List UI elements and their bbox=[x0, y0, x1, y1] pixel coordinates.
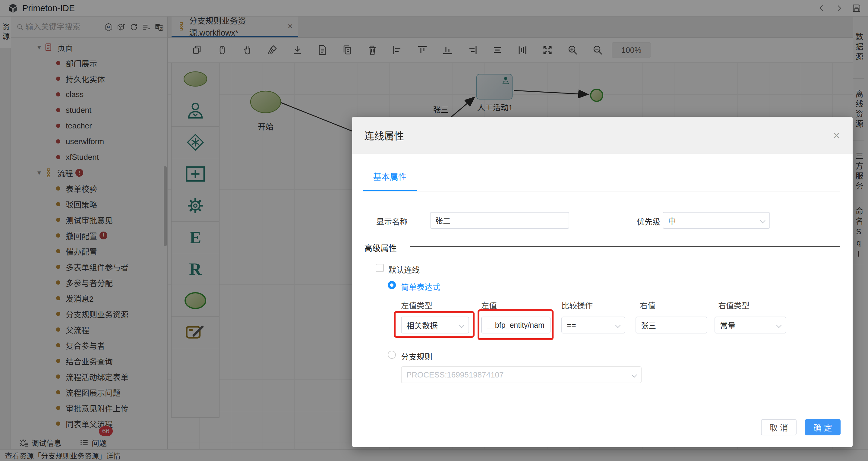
dialog-close-icon[interactable]: × bbox=[833, 129, 840, 142]
branch-rule-label: 分支规则 bbox=[401, 351, 432, 362]
default-line-checkbox[interactable] bbox=[376, 264, 384, 272]
display-name-label: 显示名称 bbox=[376, 216, 408, 227]
simple-expression-radio[interactable] bbox=[388, 281, 396, 289]
col-left-type: 左值类型 bbox=[401, 299, 432, 311]
advanced-section-rule bbox=[410, 246, 840, 247]
tab-divider bbox=[363, 191, 840, 191]
branch-rule-radio[interactable] bbox=[388, 351, 396, 359]
chevron-down-icon bbox=[615, 322, 620, 328]
advanced-section-label: 高级属性 bbox=[364, 242, 397, 253]
col-right-type: 右值类型 bbox=[718, 299, 749, 311]
confirm-button[interactable]: 确 定 bbox=[805, 419, 841, 435]
chevron-down-icon bbox=[631, 372, 637, 377]
right-value-input[interactable] bbox=[636, 316, 707, 334]
chevron-down-icon bbox=[760, 218, 765, 223]
dialog-header[interactable]: 连线属性 × bbox=[352, 117, 852, 154]
application-window: Primeton-IDE 资源 AI bbox=[0, 0, 868, 461]
col-right-value: 右值 bbox=[640, 299, 655, 311]
dialog-title: 连线属性 bbox=[364, 128, 404, 143]
tab-basic-properties[interactable]: 基本属性 bbox=[363, 171, 417, 182]
col-left-value: 左值 bbox=[481, 299, 497, 311]
priority-select[interactable]: 中 bbox=[663, 212, 770, 229]
display-name-input[interactable] bbox=[430, 212, 569, 229]
cancel-button[interactable]: 取 消 bbox=[761, 419, 797, 435]
default-line-label: 默认连线 bbox=[388, 264, 420, 275]
edge-properties-dialog: 连线属性 × 基本属性 显示名称 优先级 中 高级属性 默认连线 简单表达式 左… bbox=[352, 117, 852, 447]
annotation-box-left-value bbox=[477, 309, 554, 340]
col-operator: 比较操作 bbox=[561, 299, 593, 311]
branch-rule-select[interactable]: PROCESS:1699519874107 bbox=[401, 366, 642, 383]
simple-expression-label: 简单表达式 bbox=[401, 281, 440, 292]
operator-select[interactable]: == bbox=[561, 316, 625, 334]
annotation-box-left-type bbox=[394, 311, 474, 338]
priority-label: 优先级 bbox=[637, 216, 660, 227]
right-type-select[interactable]: 常量 bbox=[715, 316, 786, 334]
chevron-down-icon bbox=[776, 322, 781, 328]
